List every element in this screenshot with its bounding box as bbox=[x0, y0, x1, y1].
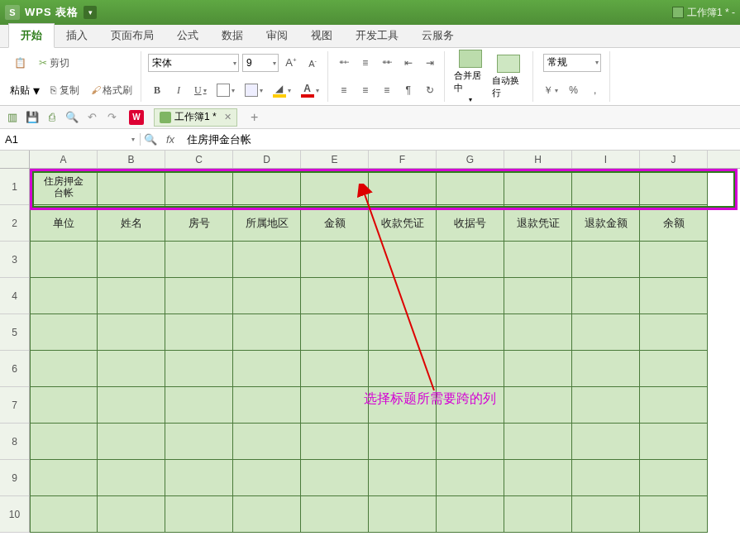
cell[interactable]: 金额 bbox=[301, 205, 369, 242]
copy-button[interactable]: ⎘复制 bbox=[43, 81, 83, 99]
cell[interactable] bbox=[369, 387, 437, 424]
rtl-button[interactable]: ¶ bbox=[399, 81, 418, 99]
cell[interactable]: 单位 bbox=[30, 205, 98, 242]
row-header[interactable]: 4 bbox=[0, 278, 29, 314]
cell[interactable] bbox=[233, 424, 301, 460]
tab-cloud[interactable]: 云服务 bbox=[410, 24, 465, 47]
align-middle-button[interactable]: ≡ bbox=[356, 54, 375, 72]
close-tab-button[interactable]: ✕ bbox=[224, 112, 232, 122]
cell[interactable] bbox=[504, 496, 572, 533]
cell[interactable] bbox=[437, 169, 504, 205]
cell[interactable] bbox=[165, 242, 233, 278]
cell[interactable] bbox=[504, 314, 572, 351]
col-header[interactable]: J bbox=[640, 151, 708, 168]
cell[interactable] bbox=[233, 169, 301, 205]
cell[interactable] bbox=[301, 387, 369, 424]
font-color-button[interactable]: A▾ bbox=[298, 81, 322, 99]
cells-grid[interactable]: 住房押金台帐 单位 姓名 房号 所属地区 金额 收款凭证 收据号 退款凭证 退款… bbox=[30, 169, 740, 533]
merge-center-button[interactable]: 合并居中 ▾ bbox=[451, 45, 489, 108]
cell[interactable] bbox=[504, 278, 572, 314]
cell[interactable] bbox=[233, 242, 301, 278]
cell[interactable] bbox=[437, 242, 504, 278]
cell[interactable] bbox=[30, 387, 98, 424]
select-all-corner[interactable] bbox=[0, 151, 30, 169]
tab-review[interactable]: 审阅 bbox=[255, 24, 299, 47]
cell[interactable] bbox=[640, 460, 708, 496]
row-header[interactable]: 2 bbox=[0, 205, 29, 242]
cell[interactable] bbox=[301, 242, 369, 278]
row-header[interactable]: 7 bbox=[0, 387, 29, 424]
tab-home[interactable]: 开始 bbox=[8, 23, 55, 48]
cell[interactable] bbox=[30, 278, 98, 314]
currency-button[interactable]: ￥▾ bbox=[540, 81, 561, 99]
row-header[interactable]: 8 bbox=[0, 424, 29, 460]
cell[interactable] bbox=[640, 242, 708, 278]
tab-page-layout[interactable]: 页面布局 bbox=[99, 24, 165, 47]
cell[interactable] bbox=[369, 278, 437, 314]
cell[interactable] bbox=[504, 351, 572, 387]
cell[interactable] bbox=[504, 424, 572, 460]
row-header[interactable]: 1 bbox=[0, 169, 29, 205]
new-button[interactable]: ▥ bbox=[5, 110, 20, 125]
cell[interactable]: 收款凭证 bbox=[369, 205, 437, 242]
cell[interactable] bbox=[98, 460, 165, 496]
cell[interactable] bbox=[165, 278, 233, 314]
italic-button[interactable]: I bbox=[169, 81, 188, 99]
row-header[interactable]: 5 bbox=[0, 314, 29, 351]
cell[interactable] bbox=[233, 460, 301, 496]
align-right-button[interactable]: ≡ bbox=[378, 81, 396, 99]
cell[interactable] bbox=[301, 351, 369, 387]
tab-dev-tools[interactable]: 开发工具 bbox=[344, 24, 410, 47]
col-header[interactable]: E bbox=[301, 151, 369, 168]
cell[interactable] bbox=[572, 242, 640, 278]
font-size-select[interactable]: 9▾ bbox=[242, 54, 279, 72]
cell[interactable] bbox=[30, 314, 98, 351]
cell[interactable] bbox=[301, 314, 369, 351]
cell[interactable] bbox=[640, 424, 708, 460]
cell[interactable] bbox=[369, 242, 437, 278]
cell[interactable] bbox=[98, 387, 165, 424]
cell[interactable] bbox=[301, 460, 369, 496]
cell[interactable] bbox=[233, 387, 301, 424]
increase-font-button[interactable]: A+ bbox=[282, 54, 300, 72]
cell[interactable] bbox=[572, 278, 640, 314]
tab-view[interactable]: 视图 bbox=[299, 24, 344, 47]
save-button[interactable]: 💾 bbox=[25, 110, 40, 125]
cell[interactable] bbox=[98, 314, 165, 351]
cell[interactable] bbox=[437, 278, 504, 314]
cell[interactable] bbox=[504, 460, 572, 496]
cell[interactable] bbox=[437, 314, 504, 351]
cell[interactable] bbox=[369, 351, 437, 387]
cell[interactable] bbox=[369, 424, 437, 460]
align-top-button[interactable]: ⬴ bbox=[335, 54, 353, 72]
cell[interactable] bbox=[30, 424, 98, 460]
cell[interactable] bbox=[572, 460, 640, 496]
orientation-button[interactable]: ↻ bbox=[421, 81, 439, 99]
number-format-select[interactable]: 常规▾ bbox=[543, 54, 601, 72]
tab-data[interactable]: 数据 bbox=[210, 24, 255, 47]
cell[interactable]: 姓名 bbox=[98, 205, 165, 242]
cell[interactable] bbox=[572, 351, 640, 387]
cell[interactable]: 住房押金台帐 bbox=[30, 169, 98, 205]
cell[interactable] bbox=[165, 460, 233, 496]
comma-button[interactable]: , bbox=[586, 81, 604, 99]
format-painter-button[interactable]: 🖌格式刷 bbox=[86, 81, 136, 99]
col-header[interactable]: H bbox=[504, 151, 572, 168]
cell[interactable] bbox=[369, 169, 437, 205]
cell[interactable]: 收据号 bbox=[437, 205, 504, 242]
preview-button[interactable]: 🔍 bbox=[64, 110, 79, 125]
col-header[interactable]: C bbox=[165, 151, 233, 168]
cell[interactable] bbox=[369, 314, 437, 351]
indent-increase-button[interactable]: ⇥ bbox=[421, 54, 439, 72]
bold-button[interactable]: B bbox=[148, 81, 166, 99]
cell[interactable] bbox=[30, 242, 98, 278]
percent-button[interactable]: % bbox=[565, 81, 583, 99]
cell[interactable] bbox=[437, 351, 504, 387]
cell[interactable] bbox=[369, 460, 437, 496]
cell[interactable] bbox=[572, 496, 640, 533]
wrap-text-button[interactable]: 自动换行 bbox=[489, 50, 528, 103]
cell[interactable] bbox=[165, 424, 233, 460]
col-header[interactable]: D bbox=[233, 151, 301, 168]
cell[interactable] bbox=[30, 351, 98, 387]
cut-button[interactable]: ✂剪切 bbox=[33, 54, 73, 72]
